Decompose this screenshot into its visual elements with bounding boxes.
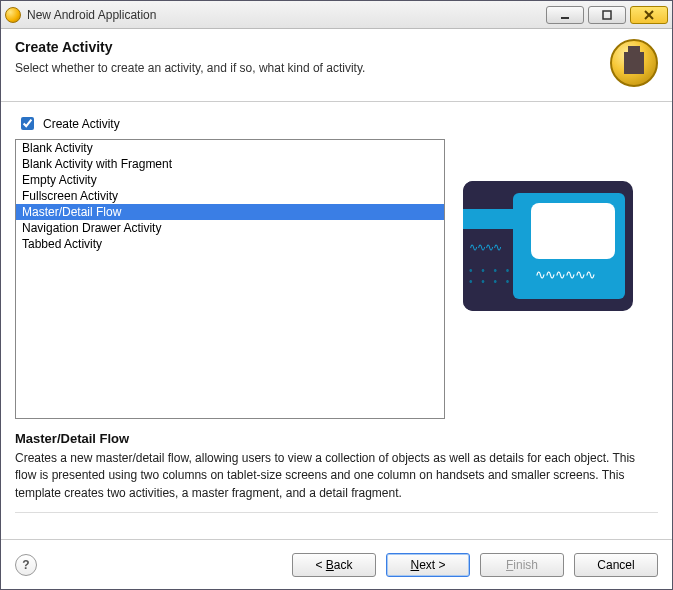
next-button[interactable]: Next > bbox=[386, 553, 470, 577]
activity-option[interactable]: Blank Activity with Fragment bbox=[16, 156, 444, 172]
close-icon bbox=[643, 9, 655, 21]
close-button[interactable] bbox=[630, 6, 668, 24]
svg-rect-1 bbox=[603, 11, 611, 19]
back-button[interactable]: < Back bbox=[292, 553, 376, 577]
activity-option[interactable]: Blank Activity bbox=[16, 140, 444, 156]
template-preview: ∿∿∿∿ • • • •• • • • ∿∿∿∿∿∿ bbox=[463, 181, 633, 311]
window-title: New Android Application bbox=[27, 8, 540, 22]
app-icon bbox=[5, 7, 21, 23]
page-title: Create Activity bbox=[15, 39, 365, 55]
content-area: Create Activity Blank ActivityBlank Acti… bbox=[1, 102, 672, 539]
minimize-button[interactable] bbox=[546, 6, 584, 24]
minimize-icon bbox=[559, 9, 571, 21]
android-badge-icon bbox=[610, 39, 658, 87]
create-activity-label: Create Activity bbox=[43, 117, 120, 131]
activity-type-list[interactable]: Blank ActivityBlank Activity with Fragme… bbox=[15, 139, 445, 419]
titlebar: New Android Application bbox=[1, 1, 672, 29]
create-activity-checkbox[interactable] bbox=[21, 117, 34, 130]
template-description: Master/Detail Flow Creates a new master/… bbox=[15, 431, 658, 513]
help-button[interactable]: ? bbox=[15, 554, 37, 576]
window-controls bbox=[546, 6, 668, 24]
header-panel: Create Activity Select whether to create… bbox=[1, 29, 672, 102]
maximize-icon bbox=[601, 9, 613, 21]
template-description-body: Creates a new master/detail flow, allowi… bbox=[15, 450, 655, 502]
activity-option[interactable]: Empty Activity bbox=[16, 172, 444, 188]
activity-option[interactable]: Fullscreen Activity bbox=[16, 188, 444, 204]
activity-option[interactable]: Navigation Drawer Activity bbox=[16, 220, 444, 236]
wizard-button-bar: ? < Back Next > Finish Cancel bbox=[1, 539, 672, 589]
template-description-title: Master/Detail Flow bbox=[15, 431, 658, 446]
cancel-button[interactable]: Cancel bbox=[574, 553, 658, 577]
page-subtitle: Select whether to create an activity, an… bbox=[15, 61, 365, 75]
finish-button[interactable]: Finish bbox=[480, 553, 564, 577]
help-icon: ? bbox=[22, 558, 29, 572]
maximize-button[interactable] bbox=[588, 6, 626, 24]
activity-option[interactable]: Tabbed Activity bbox=[16, 236, 444, 252]
create-activity-checkbox-row[interactable]: Create Activity bbox=[17, 114, 658, 133]
activity-option[interactable]: Master/Detail Flow bbox=[16, 204, 444, 220]
